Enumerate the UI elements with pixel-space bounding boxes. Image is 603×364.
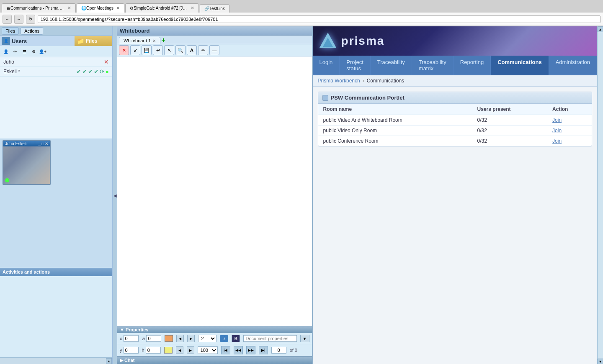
video-content [3,146,50,184]
user-x-icon[interactable]: ✕ [104,59,109,65]
scroll-up-btn[interactable]: ▲ [106,358,112,364]
tab-openmeetings[interactable]: 🌐 OpenMeetings ✕ [77,3,124,13]
prop-x-input[interactable] [124,335,139,342]
nav-traceability[interactable]: Traceability [371,56,412,75]
check-icon-2[interactable]: ✔ [82,68,87,75]
properties-chevron[interactable]: ▼ [120,327,126,332]
nav-administration[interactable]: Administration [549,56,597,75]
tab-simplecalc[interactable]: ⚙ SimpleCalc Android #72 [Jenk... ✕ [125,3,199,13]
whiteboard-section: Whiteboard Whiteboard 1 ✕ + ✕ ↙ 💾 ↩ ↖ 🔍 … [117,26,313,364]
reload-button[interactable]: ↻ [26,15,35,24]
prop-w-input[interactable] [146,335,161,342]
wb-tab-add[interactable]: + [161,36,165,44]
nav-traceability-matrix[interactable]: Traceability matrix [412,56,454,75]
tab-close[interactable]: ✕ [67,5,71,11]
user-list: Juho ✕ Eskeli * ✔ ✔ ✔ ✔ ⟳ ● [0,57,112,138]
nav-reporting[interactable]: Reporting [454,56,491,75]
join-link-2[interactable]: Join [552,128,562,133]
tab-communications[interactable]: 🖥 Communications - Prisma Work... ✕ [2,3,76,13]
back-button[interactable]: ← [3,15,12,24]
prop-arrow-left2[interactable]: ◀ [176,346,183,354]
users-present-2: 0/32 [472,126,548,136]
prop-x: x [120,335,139,342]
refresh-icon[interactable]: ⟳ [100,68,105,75]
table-row: public Conference Room 0/32 Join [318,136,592,146]
edit-icon-btn[interactable]: ✏ [11,47,19,56]
nav-project-status[interactable]: Project status [340,56,370,75]
room-name-1: public Video And Whiteboard Room [318,115,472,126]
chat-label: Chat [124,358,134,363]
wb-tool-select[interactable]: ↖ [164,45,174,55]
settings-icon-btn[interactable]: ⚙ [29,47,38,56]
portlet-table: Room name Users present Action public Vi… [318,104,592,146]
check-icon-1[interactable]: ✔ [76,68,81,75]
list-icon-btn[interactable]: ☰ [20,47,28,56]
prop-arrow-left1[interactable]: ◀ [176,335,184,342]
address-input[interactable] [38,15,600,23]
video-restore[interactable]: □ [41,141,44,146]
page-nav-last[interactable]: ▶| [259,346,268,354]
files-button[interactable]: Files [2,27,19,35]
tab-close-simplecalc[interactable]: ✕ [191,5,194,11]
users-present-3: 0/32 [472,136,548,146]
prop-color-stroke[interactable] [164,347,173,354]
nav-login[interactable]: Login [313,56,340,75]
wb-tool-line[interactable]: — [209,45,219,55]
wb-tool-save[interactable]: 💾 [142,45,152,55]
whiteboard-tab-1[interactable]: Whiteboard 1 ✕ [119,37,160,44]
user-add-icon-btn[interactable]: 👤+ [39,47,47,56]
wb-tool-zoom[interactable]: 🔍 [175,45,186,55]
prop-y-input[interactable] [124,347,139,354]
video-minimize[interactable]: _ [38,141,41,146]
wb-tool-text[interactable]: A [187,45,197,55]
activities-content[interactable] [0,276,112,357]
prop-size-100-select[interactable]: 1007550 [198,346,218,354]
nav-communications[interactable]: Communications [491,56,549,75]
users-icon: 👤 [2,37,10,45]
wb-tool-pencil[interactable]: ✏ [198,45,208,55]
files-title: Files [86,38,97,44]
join-link-3[interactable]: Join [552,138,562,144]
prop-doc-input[interactable] [243,335,296,342]
wb-tool-arrow[interactable]: ↙ [130,45,140,55]
breadcrumb-home[interactable]: Prisma Workbench [318,78,360,84]
video-close[interactable]: ✕ [45,141,48,146]
prop-btn-bold[interactable]: B [232,335,240,342]
breadcrumb-bar: Prisma Workbench › Communications [313,75,597,87]
scroll-bottom-btn[interactable]: ▼ [598,359,603,364]
users-present-1: 0/32 [472,115,548,126]
collapse-handle[interactable]: ◀ [113,26,117,364]
prop-arrow-right2[interactable]: ▶ [187,346,194,354]
prop-arrow-right1[interactable]: ▶ [187,335,195,342]
portlet-title: PSW Communication Portlet [331,95,405,101]
scroll-top-btn[interactable]: ▲ [598,26,603,32]
tab-testlink[interactable]: 🔗 TestLink [200,4,229,13]
whiteboard-toolbar: ✕ ↙ 💾 ↩ ↖ 🔍 A ✏ — [117,44,312,56]
chat-chevron[interactable]: ▶ [120,358,124,363]
prop-doc-btn[interactable]: ▼ [300,335,309,342]
forward-button[interactable]: → [14,15,23,24]
whiteboard-canvas[interactable] [117,56,312,326]
whiteboard-title: Whiteboard [120,28,150,34]
prop-color-fill[interactable] [165,335,173,342]
page-nav-prev[interactable]: ◀◀ [234,346,243,354]
page-nav-first[interactable]: |◀ [221,346,230,354]
wb-tool-undo[interactable]: ↩ [153,45,163,55]
wb-tab-close[interactable]: ✕ [152,38,156,43]
wb-tool-delete[interactable]: ✕ [119,45,129,55]
actions-button[interactable]: Actions [21,27,43,35]
prop-h-input[interactable] [146,347,161,354]
tab-close-openmeetings[interactable]: ✕ [116,5,120,11]
users-toolbar: 👤 ✏ ☰ ⚙ 👤+ [0,46,112,57]
prop-btn-italic[interactable]: i [220,335,228,342]
user-icon-btn[interactable]: 👤 [2,47,10,56]
check-icon-4[interactable]: ✔ [94,68,99,75]
check-icon-3[interactable]: ✔ [88,68,93,75]
table-row: public Video And Whiteboard Room 0/32 Jo… [318,115,592,126]
page-nav-next[interactable]: ▶▶ [246,346,255,354]
user-actions-juho: ✕ [104,59,109,65]
join-link-1[interactable]: Join [552,117,562,123]
page-input[interactable] [271,347,286,354]
prop-size-select[interactable]: 2468 [198,335,216,342]
circle-icon[interactable]: ● [106,68,109,75]
